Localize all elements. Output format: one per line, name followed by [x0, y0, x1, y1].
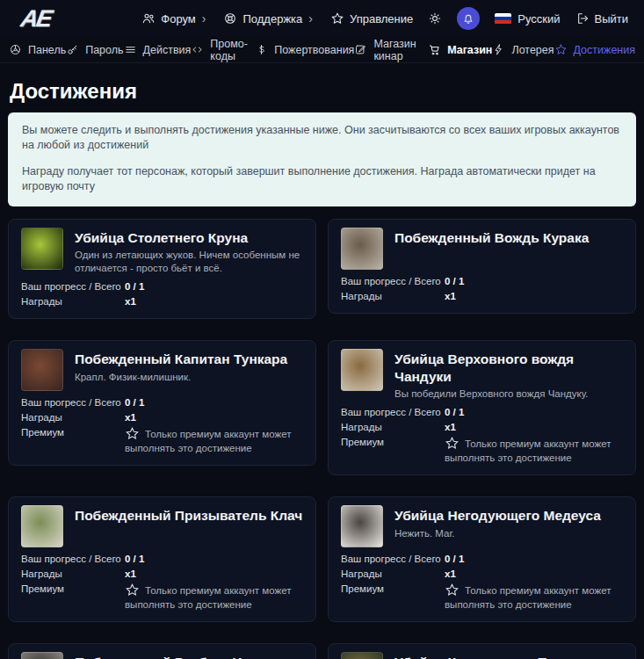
achievement-card-header: Убийца Караульного Тедрона Огринт. Физик… — [341, 652, 623, 659]
progress-label: Ваш прогресс / Всего — [21, 553, 125, 566]
info-box: Вы можете следить и выполнять достижения… — [8, 112, 636, 206]
rewards-value: x1 — [445, 568, 623, 581]
premium-note: Только премиум аккаунт может выполнять э… — [445, 436, 623, 465]
topbar-menu-item[interactable]: Форум › — [141, 11, 206, 25]
page-title: Достижения — [10, 79, 636, 104]
topbar: AE Форум › Поддержка › Управление Русски… — [0, 0, 644, 37]
subnav-item-icon — [554, 43, 568, 56]
subnav-item-магазин-кинар[interactable]: Магазин кинар — [354, 38, 428, 62]
menu-item-label: Форум — [161, 12, 196, 25]
topbar-menu-item[interactable]: Управление — [330, 11, 413, 25]
rewards-value: x1 — [125, 411, 303, 424]
achievement-card-text: Побежденный Призыватель Клач — [75, 505, 302, 547]
premium-label: Премиум — [341, 436, 445, 465]
achievement-description: Вы победили Верховного вождя Чандуку. — [394, 387, 623, 401]
achievement-icon-captain-tunkara — [21, 349, 63, 391]
achievement-stats: Ваш прогресс / Всего 0 / 1 Награды x1 Пр… — [341, 553, 623, 612]
achievement-icon-chief-kuraka — [341, 228, 383, 270]
achievement-card-header: Побежденный Расберг Черное сердце Асмоди… — [21, 652, 303, 659]
achievement-card: Убийца Верховного вождя Чандуки Вы побед… — [328, 340, 636, 475]
premium-star-icon — [445, 436, 459, 451]
achievement-icon-summoner-klach — [21, 505, 63, 547]
achievement-stats: Ваш прогресс / Всего 0 / 1 Награды x1 — [341, 275, 623, 303]
logout-label: Выйти — [595, 12, 629, 25]
achievement-card-header: Убийца Столетнего Круна Один из летающих… — [21, 228, 303, 276]
premium-row: Премиум Только премиум аккаунт может вып… — [21, 583, 303, 612]
achievement-card-header: Побежденный Капитан Тункара Крапл. Физик… — [21, 349, 303, 391]
rewards-row: Награды x1 — [341, 421, 623, 434]
progress-row: Ваш прогресс / Всего 0 / 1 — [21, 280, 303, 293]
rewards-row: Награды x1 — [21, 411, 303, 424]
achievement-card-header: Побежденный Призыватель Клач — [21, 505, 303, 547]
language-switcher[interactable]: Русский — [495, 12, 560, 25]
topbar-menu-item[interactable]: Поддержка › — [223, 11, 313, 25]
premium-label: Премиум — [341, 583, 445, 612]
premium-row: Премиум Только премиум аккаунт может вып… — [21, 426, 303, 455]
achievement-card-header: Побежденный Вождь Курака — [341, 228, 623, 270]
premium-note: Только премиум аккаунт может выполнять э… — [125, 583, 303, 612]
achievements-grid: Убийца Столетнего Круна Один из летающих… — [8, 219, 636, 659]
subnav-item-label: Промо-коды — [210, 38, 255, 62]
site-logo[interactable]: AE — [18, 5, 53, 33]
premium-star-icon — [125, 583, 140, 597]
logout-icon — [575, 11, 590, 25]
subnav-item-пожертвования[interactable]: Пожертвования — [255, 43, 354, 56]
rewards-label: Награды — [341, 421, 445, 434]
achievement-card-header: Убийца Негодующего Медеуса Нежить. Маг. — [341, 505, 623, 547]
chevron-right-icon: › — [308, 12, 313, 25]
menu-item-icon — [330, 11, 344, 25]
subnav-item-промо-коды[interactable]: Промо-коды — [191, 38, 255, 62]
rewards-value: x1 — [445, 421, 623, 434]
achievement-card-text: Убийца Негодующего Медеуса Нежить. Маг. — [394, 505, 601, 547]
progress-row: Ваш прогресс / Всего 0 / 1 — [21, 396, 303, 409]
subnav-item-магазин[interactable]: Магазин — [428, 43, 492, 56]
premium-star-icon — [445, 583, 459, 597]
subnav-item-icon — [492, 43, 505, 56]
menu-item-label: Управление — [350, 12, 413, 25]
subnav-item-icon — [255, 43, 268, 56]
subnav-item-пароль[interactable]: Пароль — [66, 43, 123, 56]
subnav-item-icon — [124, 43, 137, 56]
progress-value: 0 / 1 — [125, 396, 303, 409]
progress-value: 0 / 1 — [445, 553, 623, 566]
progress-value: 0 / 1 — [445, 406, 623, 419]
achievement-icon-green-beetle — [21, 228, 63, 270]
subnav-item-достижения[interactable]: Достижения — [554, 43, 635, 56]
rewards-row: Награды x1 — [21, 295, 303, 308]
premium-note-text: Только премиум аккаунт может выполнять э… — [125, 429, 291, 453]
achievement-card-text: Побежденный Капитан Тункара Крапл. Физик… — [75, 349, 287, 391]
notifications-button[interactable] — [457, 7, 480, 30]
theme-toggle-button[interactable] — [428, 11, 442, 25]
main-content: Достижения Вы можете следить и выполнять… — [0, 79, 644, 659]
progress-row: Ваш прогресс / Всего 0 / 1 — [21, 553, 303, 566]
achievement-card: Убийца Негодующего Медеуса Нежить. Маг. … — [328, 496, 636, 622]
progress-value: 0 / 1 — [125, 280, 303, 293]
progress-label: Ваш прогресс / Всего — [21, 280, 125, 293]
achievement-card-header: Убийца Верховного вождя Чандуки Вы побед… — [341, 349, 623, 401]
subnav-item-label: Действия — [143, 44, 192, 56]
logout-button[interactable]: Выйти — [575, 11, 629, 25]
rewards-label: Награды — [21, 295, 125, 308]
progress-row: Ваш прогресс / Всего 0 / 1 — [341, 406, 623, 419]
achievement-title: Убийца Верховного вождя Чандуки — [394, 351, 623, 385]
premium-star-icon — [125, 426, 140, 441]
achievement-title: Побежденный Вождь Курака — [394, 229, 589, 246]
achievement-title: Убийца Столетнего Круна — [75, 229, 303, 246]
menu-item-icon — [141, 11, 156, 25]
rewards-label: Награды — [341, 568, 445, 581]
rewards-value: x1 — [445, 290, 623, 303]
subnav-item-icon — [9, 43, 22, 56]
subnav-item-панель[interactable]: Панель — [9, 43, 66, 56]
subnav-item-icon — [354, 43, 367, 56]
achievement-card: Побежденный Капитан Тункара Крапл. Физик… — [8, 340, 316, 466]
menu-item-label: Поддержка — [242, 12, 302, 25]
progress-row: Ваш прогресс / Всего 0 / 1 — [341, 553, 623, 566]
achievement-stats: Ваш прогресс / Всего 0 / 1 Награды x1 Пр… — [341, 406, 623, 465]
achievement-icon-rasberg — [21, 652, 63, 659]
subnav-item-действия[interactable]: Действия — [124, 43, 192, 56]
subnav-item-лотерея[interactable]: Лотерея — [492, 43, 554, 56]
premium-row: Премиум Только премиум аккаунт может вып… — [341, 436, 623, 465]
achievement-icon-tedron — [341, 652, 383, 659]
achievement-card: Побежденный Вождь Курака Ваш прогресс / … — [328, 219, 636, 314]
russian-flag-icon — [495, 13, 511, 25]
